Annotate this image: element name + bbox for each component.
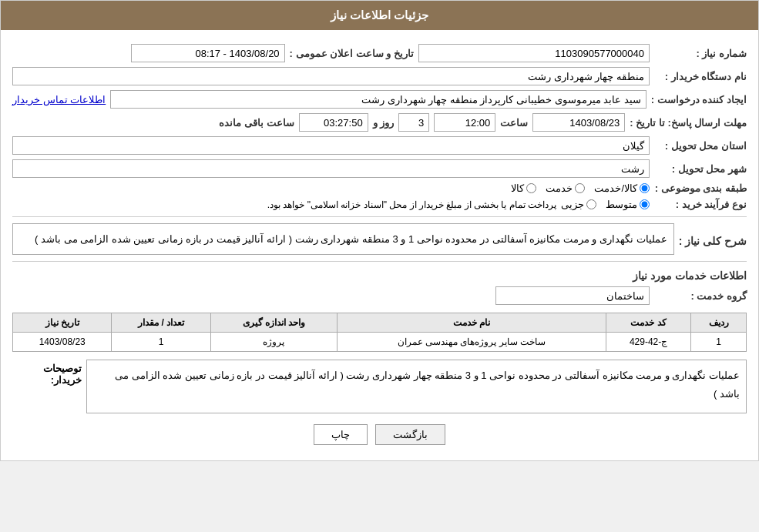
remaining-label: ساعت باقی مانده [219,117,294,129]
col-service-name: نام خدمت [338,313,606,333]
process-note: پرداخت تمام یا بخشی از مبلغ خریدار از مح… [267,199,556,210]
remaining-time: 03:27:50 [299,113,368,132]
col-quantity: تعداد / مقدار [112,313,210,333]
col-service-code: کد خدمت [606,313,691,333]
process-label: نوع فرآیند خرید : [654,199,747,210]
province-value: گیلان [12,136,650,155]
services-table-section: ردیف کد خدمت نام خدمت واحد اندازه گیری ت… [12,313,747,352]
process-option-jozi[interactable]: جزیی [561,199,596,210]
col-row-num: ردیف [691,313,747,333]
province-label: استان محل تحویل : [654,140,747,152]
description-label: شرح کلی نیاز : [679,235,747,247]
need-number-label: شماره نیاز : [654,48,747,59]
service-group-label: گروه خدمت : [654,290,747,302]
requester-label: ایجاد کننده درخواست : [651,94,747,105]
contact-link[interactable]: اطلاعات تماس خریدار [12,94,106,105]
category-option-kala[interactable]: کالا [511,182,536,194]
requester-value: سید عابد میرموسوی خطیبانی کارپرداز منطقه… [110,90,646,109]
category-label: طبقه بندی موضوعی : [654,182,747,194]
service-group-value: ساختمان [495,286,650,305]
buyer-notes-value: عملیات نگهداری و مرمت مکانیزه آسفالتی در… [86,360,747,413]
reply-deadline-label: مهلت ارسال پاسخ: تا تاریخ : [630,117,747,129]
buyer-org-label: نام دستگاه خریدار : [654,71,747,82]
need-number-value: 1103090577000040 [418,44,650,62]
process-option-motavaset[interactable]: متوسط [606,199,650,210]
announcement-date-label: تاریخ و ساعت اعلان عمومی : [290,48,414,59]
table-cell: پروژه [210,333,337,352]
table-cell: 1403/08/23 [13,333,112,352]
services-table: ردیف کد خدمت نام خدمت واحد اندازه گیری ت… [12,313,747,352]
back-button[interactable]: بازگشت [375,424,445,445]
reply-days: 3 [398,113,429,132]
services-section-title: اطلاعات خدمات مورد نیاز [12,269,747,282]
table-row: 1ج-42-429ساخت سایر پروژه‌های مهندسی عمرا… [13,333,747,352]
city-value: رشت [12,159,650,178]
description-value: عملیات نگهداری و مرمت مکانیزه آسفالتی در… [12,223,674,255]
category-option-kala-khedmat[interactable]: کالا/خدمت [594,182,650,194]
buyer-org-value: منطقه چهار شهرداری رشت [12,67,650,85]
print-button[interactable]: چاپ [314,424,368,445]
col-date: تاریخ نیاز [13,313,112,333]
table-cell: 1 [112,333,210,352]
category-radio-group: کالا/خدمت خدمت کالا [511,182,650,194]
page-header: جزئیات اطلاعات نیاز [1,1,758,30]
buttons-row: چاپ بازگشت [12,424,747,445]
table-cell: ج-42-429 [606,333,691,352]
table-cell: 1 [691,333,747,352]
reply-time: 12:00 [434,113,495,132]
table-cell: ساخت سایر پروژه‌های مهندسی عمران [338,333,606,352]
city-label: شهر محل تحویل : [654,163,747,175]
reply-day-label: روز و [373,117,395,129]
process-radio-group: متوسط جزیی [561,199,650,210]
category-option-khedmat[interactable]: خدمت [546,182,585,194]
col-unit: واحد اندازه گیری [210,313,337,333]
announcement-date-value: 1403/08/20 - 08:17 [131,44,285,62]
reply-time-label: ساعت [500,117,528,129]
page-title: جزئیات اطلاعات نیاز [331,8,428,22]
buyer-notes-label: توصیحات خریدار: [12,360,82,386]
reply-date: 1403/08/23 [532,113,625,132]
